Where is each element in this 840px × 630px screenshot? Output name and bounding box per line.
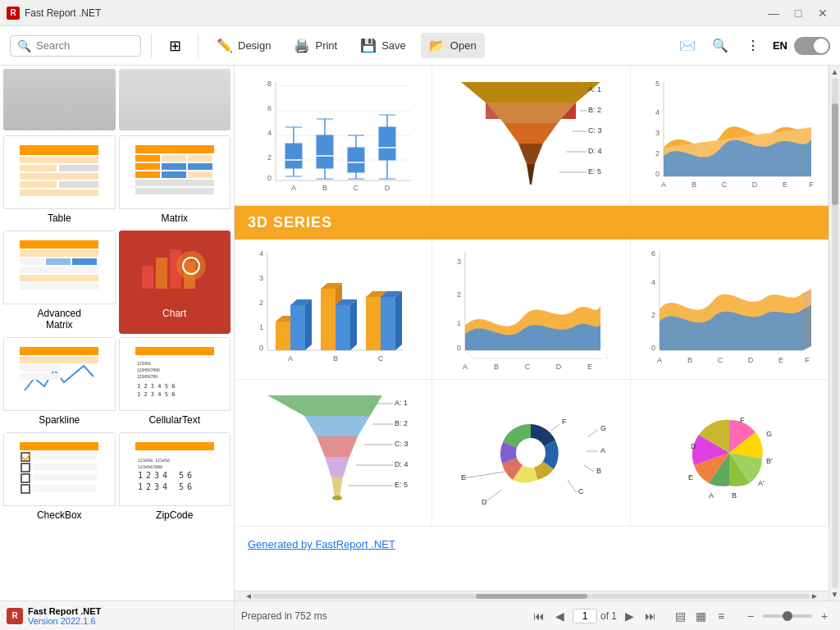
prev-page-button[interactable]: ◀ bbox=[551, 607, 569, 625]
svg-marker-184 bbox=[325, 457, 349, 477]
svg-text:1234 56: 1234 56 bbox=[138, 471, 195, 480]
report-viewer[interactable]: 8 6 4 2 0 bbox=[235, 66, 829, 591]
sidebar-item-matrix[interactable]: Matrix bbox=[119, 135, 231, 227]
svg-rect-49 bbox=[33, 453, 97, 459]
sidebar-item-cellulartext[interactable]: 123456 1234567890 123456789 1 2 3 4 5 6 … bbox=[119, 337, 231, 429]
chart-cell-donut: F G A B C D E bbox=[432, 380, 630, 526]
svg-rect-2 bbox=[20, 165, 57, 171]
generated-link[interactable]: Generated by FastReport .NET bbox=[248, 538, 395, 550]
vertical-scrollbar[interactable]: ▲ ▼ bbox=[829, 66, 840, 600]
svg-text:F: F bbox=[562, 418, 567, 426]
next-page-button[interactable]: ▶ bbox=[620, 607, 638, 625]
svg-text:B: B bbox=[333, 354, 338, 363]
vscroll-thumb[interactable] bbox=[832, 103, 838, 205]
sidebar-thumb-top2[interactable] bbox=[119, 69, 231, 130]
svg-rect-134 bbox=[276, 322, 290, 350]
svg-rect-16 bbox=[162, 171, 186, 178]
sidebar-item-zipcode[interactable]: 123456 123456 1234567890 1234 56 1234 56… bbox=[119, 432, 231, 524]
more-button[interactable]: ⋮ bbox=[740, 33, 766, 59]
svg-rect-0 bbox=[20, 145, 98, 155]
language-button[interactable]: EN bbox=[773, 39, 788, 52]
svg-text:B: B bbox=[322, 184, 327, 192]
svg-text:2: 2 bbox=[267, 153, 272, 162]
sidebar-thumb-chart bbox=[119, 231, 231, 304]
last-page-button[interactable]: ⏭ bbox=[641, 607, 660, 625]
chart-cell-wave: 5 4 3 2 0 A bbox=[631, 66, 829, 205]
section-header-3d: 3D SERIES bbox=[235, 206, 829, 240]
zoom-slider[interactable] bbox=[763, 614, 812, 618]
envelope-button[interactable]: ✉️ bbox=[674, 33, 701, 59]
titlebar-controls[interactable]: — □ ✕ bbox=[763, 5, 833, 21]
sidebar: Table bbox=[0, 66, 235, 600]
double-page-view[interactable]: ▦ bbox=[692, 607, 710, 625]
sidebar-item-sparkline[interactable]: Sparkline bbox=[3, 337, 116, 429]
svg-rect-48 bbox=[21, 485, 30, 493]
page-number-input[interactable] bbox=[573, 609, 597, 623]
minimize-button[interactable]: — bbox=[763, 5, 784, 21]
svg-text:6: 6 bbox=[651, 249, 655, 258]
svg-text:D: D bbox=[385, 184, 390, 192]
scroll-right-arrow[interactable]: ► bbox=[810, 591, 819, 600]
sidebar-item-table[interactable]: Table bbox=[3, 135, 116, 227]
scroll-track[interactable] bbox=[253, 594, 810, 599]
svg-rect-13 bbox=[162, 163, 186, 170]
first-page-button[interactable]: ⏮ bbox=[530, 607, 548, 625]
zoom-thumb[interactable] bbox=[783, 611, 792, 621]
sidebar-row-1: Table bbox=[3, 135, 231, 227]
horizontal-scrollbar[interactable]: ◄ ► bbox=[235, 591, 829, 600]
svg-rect-146 bbox=[366, 297, 381, 350]
svg-line-210 bbox=[484, 490, 502, 503]
open-button[interactable]: 📂 Open bbox=[421, 33, 485, 58]
svg-rect-24 bbox=[72, 258, 97, 265]
version-link[interactable]: Version 2022.1.6 bbox=[28, 616, 101, 626]
svg-text:1: 1 bbox=[259, 323, 263, 331]
save-button[interactable]: 💾 Save bbox=[352, 33, 414, 58]
svg-rect-36 bbox=[20, 365, 61, 372]
zoom-in-button[interactable]: + bbox=[815, 607, 833, 625]
theme-toggle[interactable] bbox=[794, 37, 830, 55]
svg-rect-12 bbox=[135, 163, 160, 170]
maximize-button[interactable]: □ bbox=[788, 5, 809, 21]
continuous-view[interactable]: ≡ bbox=[712, 607, 730, 625]
svg-text:C: 3: C: 3 bbox=[395, 440, 409, 448]
design-button[interactable]: ✏️ Design bbox=[208, 33, 279, 58]
svg-text:E: E bbox=[587, 363, 592, 371]
print-button[interactable]: 🖨️ Print bbox=[285, 33, 345, 58]
search-icon: 🔍 bbox=[17, 39, 31, 52]
vscroll-track[interactable] bbox=[832, 78, 838, 588]
sidebar-label-advanced-matrix: AdvancedMatrix bbox=[3, 304, 116, 334]
appinfo: R Fast Report .NET Version 2022.1.6 bbox=[0, 601, 235, 630]
scroll-down-button[interactable]: ▼ bbox=[831, 590, 839, 599]
svg-text:1 2 3 4 5 6: 1 2 3 4 5 6 bbox=[137, 391, 175, 398]
svg-text:0: 0 bbox=[259, 344, 263, 352]
grid-view-button[interactable]: ⊞ bbox=[162, 33, 188, 59]
scroll-thumb[interactable] bbox=[476, 594, 587, 599]
chart-cell-3d-wave: 3 2 1 0 bbox=[432, 240, 630, 379]
svg-text:F: F bbox=[740, 416, 745, 424]
svg-marker-182 bbox=[304, 416, 370, 436]
sidebar-thumb-top1[interactable] bbox=[3, 69, 116, 130]
svg-rect-143 bbox=[336, 305, 350, 350]
svg-text:123456789: 123456789 bbox=[137, 374, 158, 379]
svg-marker-151 bbox=[395, 291, 402, 350]
svg-text:A: 1: A: 1 bbox=[395, 399, 408, 407]
sidebar-item-checkbox[interactable]: CheckBox bbox=[3, 432, 116, 524]
single-page-view[interactable]: ▤ bbox=[671, 607, 689, 625]
scroll-left-arrow[interactable]: ◄ bbox=[244, 591, 253, 600]
svg-rect-51 bbox=[33, 474, 97, 481]
svg-rect-140 bbox=[321, 289, 336, 350]
sidebar-item-advanced-matrix[interactable]: AdvancedMatrix bbox=[3, 231, 116, 334]
zoom-out-button[interactable]: − bbox=[742, 607, 760, 625]
search-input[interactable] bbox=[36, 39, 135, 52]
close-button[interactable]: ✕ bbox=[812, 5, 833, 21]
scroll-up-button[interactable]: ▲ bbox=[831, 67, 839, 76]
svg-text:3: 3 bbox=[457, 258, 461, 266]
svg-text:3: 3 bbox=[655, 129, 660, 137]
sidebar-item-chart[interactable]: Chart bbox=[119, 231, 231, 334]
svg-rect-29 bbox=[156, 258, 167, 289]
svg-rect-25 bbox=[20, 267, 98, 273]
find-button[interactable]: 🔍 bbox=[707, 33, 733, 59]
svg-text:0: 0 bbox=[457, 344, 461, 352]
search-box[interactable]: 🔍 bbox=[10, 35, 141, 57]
svg-text:2: 2 bbox=[655, 149, 660, 158]
